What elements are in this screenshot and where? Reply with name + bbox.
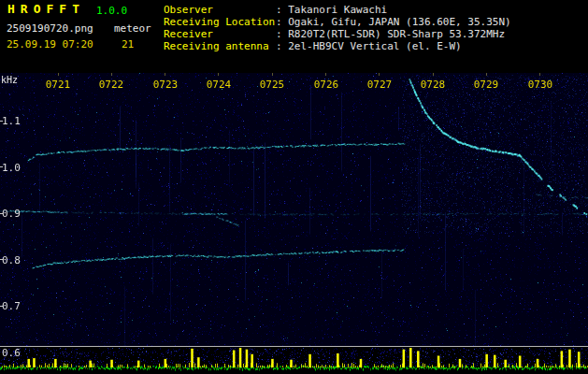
info-label: Observer xyxy=(164,4,276,16)
info-label: Receiving antenna xyxy=(164,40,276,52)
info-label: Receiving Location xyxy=(164,16,276,28)
freq-tick-0_8: 0.8 xyxy=(2,254,24,266)
mode-label: meteor xyxy=(114,22,151,35)
info-label: Receiver xyxy=(164,28,276,40)
freq-tick-1_1: 1.1 xyxy=(2,115,24,127)
freq-tick-1_0: 1.0 xyxy=(2,162,24,174)
output-filename: 2509190720.png xyxy=(7,22,93,35)
observation-datetime: 25.09.19 07:20 xyxy=(7,38,93,50)
header: HROFFT 1.0.0 2509190720.png meteor 25.09… xyxy=(0,0,588,73)
hrofft-screen: HROFFT 1.0.0 2509190720.png meteor 25.09… xyxy=(0,0,588,374)
time-tick-0724: 0724 xyxy=(205,79,233,91)
time-tick-0723: 0723 xyxy=(151,79,179,91)
time-tick-0730: 0730 xyxy=(526,79,554,91)
app-title: HROFFT xyxy=(7,2,85,16)
info-row-antenna: Receiving antenna : 2el-HB9CV Vertical (… xyxy=(164,40,462,52)
time-tick-0722: 0722 xyxy=(97,79,125,91)
freq-tick-0_9: 0.9 xyxy=(2,208,24,220)
info-row-observer: Observer : Takanori Kawachi xyxy=(164,4,387,16)
time-tick-0728: 0728 xyxy=(419,79,447,91)
info-value: : Ogaki, Gifu, JAPAN (136.60E, 35.35N) xyxy=(276,16,511,28)
time-tick-0729: 0729 xyxy=(472,79,500,91)
time-tick-0726: 0726 xyxy=(312,79,340,91)
freq-tick-0_6: 0.6 xyxy=(2,347,24,359)
time-tick-0725: 0725 xyxy=(258,79,286,91)
freq-axis-unit: kHz xyxy=(1,75,18,85)
app-version: 1.0.0 xyxy=(96,5,127,17)
time-tick-0727: 0727 xyxy=(366,79,394,91)
freq-tick-0_7: 0.7 xyxy=(2,300,24,312)
info-row-receiver: Receiver : R820T2(RTL-SDR) SDR-Sharp 53.… xyxy=(164,28,505,40)
info-row-location: Receiving Location : Ogaki, Gifu, JAPAN … xyxy=(164,16,511,28)
echo-count: 21 xyxy=(122,38,134,50)
time-tick-0721: 0721 xyxy=(44,79,72,91)
info-value: : R820T2(RTL-SDR) SDR-Sharp 53.372MHz xyxy=(276,28,505,40)
activity-strip xyxy=(0,347,588,370)
info-value: : Takanori Kawachi xyxy=(276,4,387,16)
info-value: : 2el-HB9CV Vertical (el. E-W) xyxy=(276,40,462,52)
